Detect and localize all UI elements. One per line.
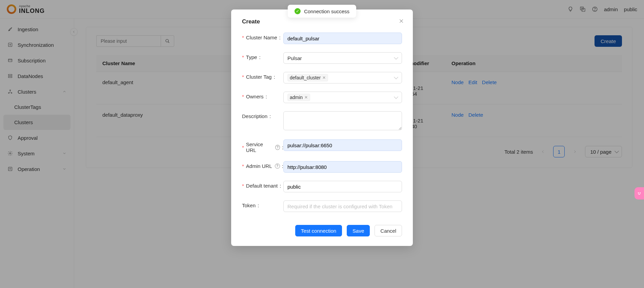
- check-circle-icon: ✓: [295, 8, 301, 14]
- tag-remove-icon[interactable]: ✕: [322, 75, 326, 80]
- cluster-name-input[interactable]: [283, 33, 402, 44]
- save-button[interactable]: Save: [347, 225, 370, 236]
- modal-close-button[interactable]: [399, 18, 404, 24]
- token-input[interactable]: [283, 200, 402, 212]
- tag-remove-icon[interactable]: ✕: [304, 95, 308, 100]
- modal-title: Create: [242, 18, 402, 25]
- svg-point-15: [640, 193, 641, 193]
- assist-fab[interactable]: [635, 187, 644, 199]
- toast-text: Connection success: [304, 8, 349, 14]
- close-icon: [399, 18, 404, 24]
- help-icon[interactable]: ?: [275, 164, 280, 169]
- type-select[interactable]: Pulsar: [283, 52, 402, 64]
- admin-url-input[interactable]: [283, 161, 402, 173]
- help-icon[interactable]: ?: [275, 145, 280, 150]
- toast-success: ✓ Connection success: [288, 5, 356, 18]
- svg-point-14: [638, 193, 639, 193]
- default-tenant-input[interactable]: [283, 181, 402, 192]
- service-url-input[interactable]: [283, 139, 402, 151]
- description-textarea[interactable]: [283, 111, 402, 130]
- tag-default-cluster: default_cluster✕: [287, 74, 328, 81]
- assist-icon: [637, 191, 642, 196]
- create-cluster-modal: Create *Cluster Name: *Type: Pulsar *Clu…: [231, 9, 413, 246]
- owners-select[interactable]: admin✕: [283, 92, 402, 103]
- cluster-tag-select[interactable]: default_cluster✕: [283, 72, 402, 83]
- tag-admin: admin✕: [287, 94, 310, 101]
- test-connection-button[interactable]: Test connection: [295, 225, 342, 236]
- cancel-button[interactable]: Cancel: [375, 225, 402, 236]
